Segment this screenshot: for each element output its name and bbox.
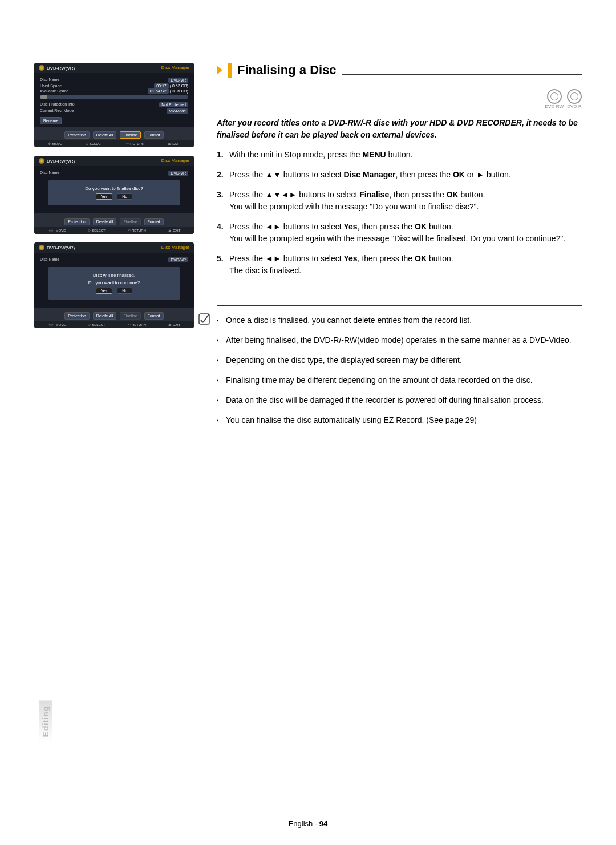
protection-label: Disc Protection Info (40, 102, 86, 107)
page-title: Finalising a Disc (237, 63, 337, 78)
footer-exit: EXIT (172, 142, 180, 145)
note-item: Once a disc is finalised, you cannot del… (217, 314, 582, 326)
step-item: Press the ▲▼ buttons to select Disc Mana… (217, 169, 582, 181)
disc-name-label: Disc Name (40, 78, 86, 83)
dialog-text: Do you want to finalise disc? (54, 186, 175, 191)
exit-icon: ⏏ (168, 141, 171, 145)
yes-button[interactable]: Yes (96, 193, 112, 200)
footer-return: RETURN (130, 142, 144, 145)
note-icon (197, 312, 211, 326)
used-size: ( 0.52 GB) (170, 84, 188, 88)
page-footer: English - 94 (0, 819, 616, 828)
applicable-discs: DVD-RW DVD-R (217, 89, 582, 109)
rec-mode-label: Current Rec. Mode (40, 108, 86, 114)
footer-select: SELECT (90, 142, 103, 145)
disc-icon (39, 158, 44, 164)
content-column: Finalising a Disc DVD-RW DVD-R After you… (217, 63, 582, 434)
delete-all-button[interactable]: Delete All (93, 131, 117, 139)
yes-button[interactable]: Yes (96, 288, 112, 294)
disc-type-icon: DVD-R (567, 89, 582, 109)
screenshot-disc-manager: DVD-RW(VR) Disc Manager Disc NameDVD-VR … (34, 63, 194, 147)
rename-button[interactable]: Rename (40, 117, 62, 124)
note-item: After being finalised, the DVD-R/-RW(vid… (217, 334, 582, 346)
dialog-text-line2: Do you want to continue? (54, 280, 175, 285)
screenshot-confirm-finalise: DVD-RW(VR) Disc Manager Disc NameDVD-VR … (34, 156, 194, 234)
note-item: Depending on the disc type, the displaye… (217, 354, 582, 366)
intro-text: After you record titles onto a DVD-RW/-R… (217, 117, 582, 141)
footer-move: MOVE (52, 142, 62, 145)
avail-time: 01:54 SP (148, 88, 169, 94)
return-icon: ↶ (126, 141, 129, 145)
disc-icon (39, 65, 44, 71)
device-label: DVD-RW(VR) (47, 66, 75, 71)
avail-space-label: Available Space (40, 89, 86, 93)
note-list: Once a disc is finalised, you cannot del… (217, 314, 582, 426)
protection-button[interactable]: Protection (64, 131, 90, 139)
screenshots-column: DVD-RW(VR) Disc Manager Disc NameDVD-VR … (34, 63, 194, 434)
screenshot-confirm-continue: DVD-RW(VR) Disc Manager Disc NameDVD-VR … (34, 242, 194, 328)
protection-value: Not Protected (159, 102, 188, 107)
dialog-finalise: Do you want to finalise disc? Yes No (48, 180, 180, 205)
title-bar-icon (228, 63, 232, 78)
step-item: With the unit in Stop mode, press the ME… (217, 149, 582, 161)
section-heading: Finalising a Disc (217, 63, 582, 78)
disc-type-icon: DVD-RW (545, 89, 564, 109)
note-box: Once a disc is finalised, you cannot del… (217, 305, 582, 426)
no-button[interactable]: No (117, 193, 132, 200)
finalise-button[interactable]: Finalise (120, 131, 140, 139)
arrow-icon (217, 66, 222, 75)
note-item: Finalising time may be different dependi… (217, 374, 582, 386)
note-item: You can finalise the disc automatically … (217, 414, 582, 426)
format-button[interactable]: Format (144, 131, 164, 139)
move-icon: ✥ (48, 141, 51, 145)
used-space-label: Used Space (40, 84, 86, 88)
step-item: Press the ▲▼◄► buttons to select Finalis… (217, 189, 582, 213)
disc-name-value: DVD-VR (168, 78, 188, 83)
used-time: 00:17 (154, 83, 169, 88)
dialog-text-line1: Disc will be finalised. (54, 273, 175, 278)
rec-mode-value: VR-Mode (167, 108, 188, 114)
step-item: Press the ◄► buttons to select Yes, then… (217, 221, 582, 245)
panel-title: Disc Manager (161, 65, 189, 71)
step-list: With the unit in Stop mode, press the ME… (217, 149, 582, 277)
avail-size: ( 3.85 GB) (170, 89, 188, 93)
section-tab: Editing (39, 700, 52, 742)
disc-icon (39, 245, 44, 250)
select-icon: ⊙ (86, 141, 88, 145)
note-item: Data on the disc will be damaged if the … (217, 394, 582, 406)
no-button[interactable]: No (117, 288, 132, 294)
dialog-continue: Disc will be finalised. Do you want to c… (48, 267, 180, 300)
step-item: Press the ◄► buttons to select Yes, then… (217, 253, 582, 277)
